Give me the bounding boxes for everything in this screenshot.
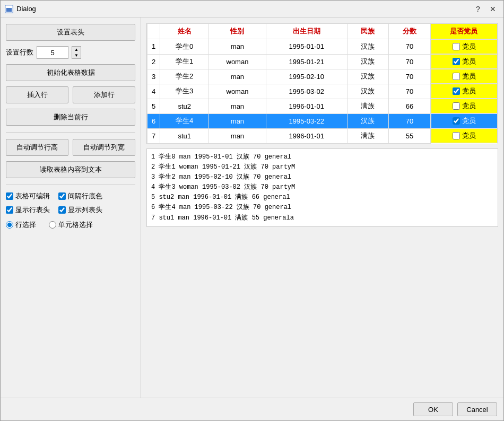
cell-dob[interactable]: 1995-02-10 xyxy=(266,69,347,84)
show-row-header-checkbox-item[interactable]: 显示行表头 xyxy=(6,205,50,215)
cell-ethnicity[interactable]: 汉族 xyxy=(347,39,389,55)
cell-name[interactable]: stu2 xyxy=(160,99,209,113)
cell-gender[interactable]: woman xyxy=(209,54,266,69)
auto-row-height-button[interactable]: 自动调节行高 xyxy=(6,139,68,156)
party-checkbox[interactable] xyxy=(453,58,460,65)
cell-party[interactable]: 党员 xyxy=(431,54,498,69)
init-data-button[interactable]: 初始化表格数据 xyxy=(6,64,135,81)
cell-ethnicity[interactable]: 满族 xyxy=(347,99,389,113)
cell-name[interactable]: stu1 xyxy=(160,128,209,143)
row-num: 6 xyxy=(147,113,160,128)
cell-party[interactable]: 党员 xyxy=(431,39,498,54)
cell-name[interactable]: 学生4 xyxy=(160,113,209,128)
cell-score[interactable]: 70 xyxy=(389,54,431,69)
cancel-button[interactable]: Cancel xyxy=(457,402,497,416)
spinner-up-button[interactable]: ▲ xyxy=(72,47,81,52)
cell-name[interactable]: 学生3 xyxy=(160,84,209,99)
alt-row-checkbox[interactable] xyxy=(58,192,66,200)
cell-name[interactable]: 学生0 xyxy=(160,39,209,55)
cell-select-radio[interactable] xyxy=(49,221,56,229)
cell-gender[interactable]: man xyxy=(209,39,266,55)
table-row[interactable]: 3学生2man1995-02-10汉族70党员 xyxy=(147,69,498,84)
table-row[interactable]: 7stu1man1996-01-01满族55党员 xyxy=(147,128,498,143)
alt-row-label: 间隔行底色 xyxy=(68,191,102,201)
spinner-down-button[interactable]: ▼ xyxy=(72,52,81,58)
cell-select-radio-item[interactable]: 单元格选择 xyxy=(49,220,93,230)
cell-party[interactable]: 党员 xyxy=(431,113,498,128)
editable-checkbox-item[interactable]: 表格可编辑 xyxy=(6,191,50,201)
row-num: 7 xyxy=(147,128,160,143)
cell-score[interactable]: 66 xyxy=(389,99,431,113)
table-row[interactable]: 4学生3woman1995-03-02汉族70党员 xyxy=(147,84,498,99)
party-checkbox[interactable] xyxy=(453,73,460,80)
party-checkbox[interactable] xyxy=(453,132,460,139)
cell-gender[interactable]: man xyxy=(209,69,266,84)
auto-col-width-button[interactable]: 自动调节列宽 xyxy=(73,139,135,156)
cell-ethnicity[interactable]: 汉族 xyxy=(347,69,389,84)
cell-dob[interactable]: 1995-01-01 xyxy=(266,39,347,55)
window-title: Dialog xyxy=(16,5,36,13)
party-checkbox[interactable] xyxy=(453,117,460,125)
party-checkbox[interactable] xyxy=(453,43,460,50)
table-row[interactable]: 2学生1woman1995-01-21汉族70党员 xyxy=(147,54,498,69)
text-output: 1 学生0 man 1995-01-01 汉族 70 general 2 学生1… xyxy=(146,148,498,227)
cell-ethnicity[interactable]: 满族 xyxy=(347,128,389,143)
row-select-radio[interactable] xyxy=(6,221,13,229)
party-label: 党员 xyxy=(462,101,476,111)
show-col-header-checkbox-item[interactable]: 显示列表头 xyxy=(58,205,102,215)
bottom-bar: OK Cancel xyxy=(1,398,503,420)
ok-button[interactable]: OK xyxy=(413,402,453,416)
editable-checkbox[interactable] xyxy=(6,192,13,200)
table-row[interactable]: 1学生0man1995-01-01汉族70党员 xyxy=(147,39,498,55)
cell-name[interactable]: 学生2 xyxy=(160,69,209,84)
insert-add-row: 插入行 添加行 xyxy=(6,86,135,103)
table-container: 姓名 性别 出生日期 民族 分数 是否党员 1学生0man1995-01-01汉… xyxy=(146,23,498,144)
party-checkbox[interactable] xyxy=(453,102,460,110)
party-label: 党员 xyxy=(462,72,476,81)
row-count-input[interactable] xyxy=(37,46,68,59)
cell-score[interactable]: 70 xyxy=(389,113,431,128)
add-row-button[interactable]: 添加行 xyxy=(73,86,135,103)
delete-row-button[interactable]: 删除当前行 xyxy=(6,109,135,126)
cell-dob[interactable]: 1995-01-21 xyxy=(266,54,347,69)
cell-ethnicity[interactable]: 汉族 xyxy=(347,113,389,128)
cell-party[interactable]: 党员 xyxy=(431,69,498,84)
insert-row-button[interactable]: 插入行 xyxy=(6,86,68,103)
cell-dob[interactable]: 1995-03-02 xyxy=(266,84,347,99)
cell-score[interactable]: 70 xyxy=(389,84,431,99)
cell-gender[interactable]: man xyxy=(209,113,266,128)
cell-name[interactable]: 学生1 xyxy=(160,54,209,69)
cell-dob[interactable]: 1996-01-01 xyxy=(266,128,347,143)
row-num: 3 xyxy=(147,69,160,84)
cell-ethnicity[interactable]: 汉族 xyxy=(347,84,389,99)
read-table-button[interactable]: 读取表格内容到文本 xyxy=(6,161,135,178)
cell-dob[interactable]: 1996-01-01 xyxy=(266,99,347,113)
cell-party[interactable]: 党员 xyxy=(431,84,498,99)
cell-score[interactable]: 70 xyxy=(389,69,431,84)
row-num: 5 xyxy=(147,99,160,113)
show-row-header-checkbox[interactable] xyxy=(6,206,13,214)
separator-2 xyxy=(6,185,135,185)
cell-dob[interactable]: 1995-03-22 xyxy=(266,113,347,128)
cell-gender[interactable]: woman xyxy=(209,84,266,99)
help-button[interactable]: ? xyxy=(472,4,484,14)
cell-score[interactable]: 55 xyxy=(389,128,431,143)
party-label: 党员 xyxy=(462,116,476,126)
cell-ethnicity[interactable]: 汉族 xyxy=(347,54,389,69)
table-row[interactable]: 5stu2man1996-01-01满族66党员 xyxy=(147,99,498,113)
party-checkbox[interactable] xyxy=(453,87,460,95)
close-button[interactable]: ✕ xyxy=(486,4,499,14)
table-row[interactable]: 6学生4man1995-03-22汉族70党员 xyxy=(147,113,498,128)
cell-gender[interactable]: man xyxy=(209,128,266,143)
checkbox-group: 表格可编辑 间隔行底色 显示行表头 显示列表头 xyxy=(6,191,135,215)
row-select-radio-item[interactable]: 行选择 xyxy=(6,220,36,230)
cell-party[interactable]: 党员 xyxy=(431,128,498,143)
set-header-button[interactable]: 设置表头 xyxy=(6,24,135,41)
row-num: 4 xyxy=(147,84,160,99)
cell-party[interactable]: 党员 xyxy=(431,99,498,113)
cell-gender[interactable]: man xyxy=(209,99,266,113)
show-col-header-checkbox[interactable] xyxy=(58,206,66,214)
cell-score[interactable]: 70 xyxy=(389,39,431,55)
separator-1 xyxy=(6,132,135,133)
alt-row-checkbox-item[interactable]: 间隔行底色 xyxy=(58,191,102,201)
